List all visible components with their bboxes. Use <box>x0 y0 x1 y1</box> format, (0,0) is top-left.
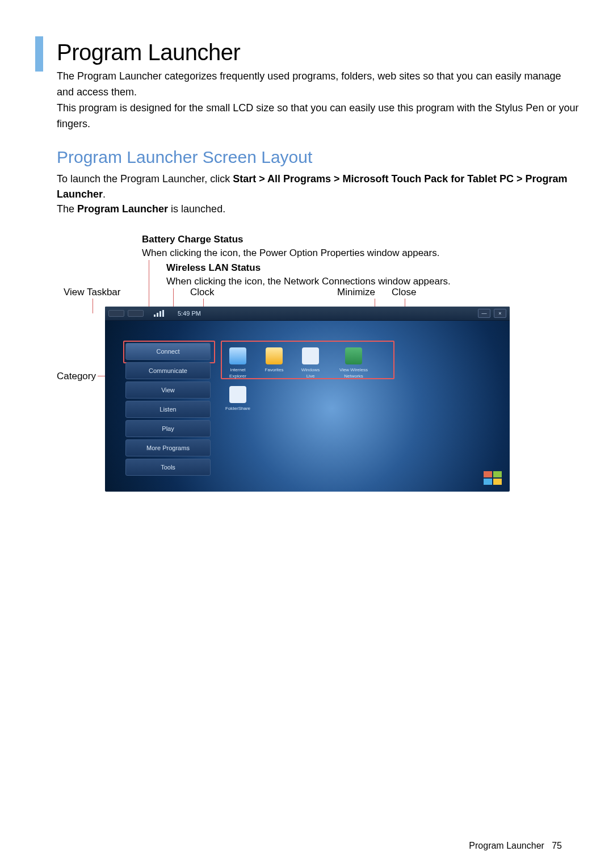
view-taskbar-button[interactable] <box>108 310 124 317</box>
page-footer: Program Launcher 75 <box>469 841 562 851</box>
callout-battery: Battery Charge Status When clicking the … <box>142 233 505 260</box>
callout-line <box>93 299 93 313</box>
program-launcher-screenshot: 5:49 PM — × Connect Communicate View Lis… <box>105 307 510 492</box>
callout-battery-title: Battery Charge Status <box>142 233 505 246</box>
footer-page: 75 <box>552 841 562 850</box>
shortcut-windows-live[interactable]: Windows Live <box>298 347 323 379</box>
callout-wireless-title: Wireless LAN Status <box>166 261 507 275</box>
category-more-programs[interactable]: More Programs <box>125 439 211 456</box>
network-icon <box>345 347 362 364</box>
category-list: Connect Communicate View Listen Play Mor… <box>125 343 211 478</box>
callout-line <box>149 260 149 313</box>
shortcut-label: View Wireless Networks <box>339 367 368 379</box>
text: The <box>57 203 77 215</box>
page-title: Program Launcher <box>57 40 240 65</box>
callout-wireless-desc: When clicking the icon, the Network Conn… <box>166 276 451 287</box>
accent-bar <box>35 36 43 72</box>
windows-logo-icon <box>484 471 503 486</box>
shortcut-view-wireless-networks[interactable]: View Wireless Networks <box>339 347 368 379</box>
footer-label: Program Launcher <box>469 841 544 850</box>
shortcut-label: Favorites <box>262 367 287 373</box>
shortcut-label: FolderShare <box>225 405 250 412</box>
callout-minimize-label: Minimize <box>337 287 375 298</box>
text: . <box>103 188 106 200</box>
category-view[interactable]: View <box>125 381 211 399</box>
star-icon <box>266 347 283 364</box>
windows-live-icon <box>302 347 319 364</box>
program-name: Program Launcher <box>77 203 168 215</box>
wireless-signal-icon[interactable] <box>154 310 166 317</box>
callout-close-label: Close <box>392 287 416 298</box>
callout-view-taskbar-label: View Taskbar <box>64 287 120 298</box>
callout-wireless: Wireless LAN Status When clicking the ic… <box>166 261 507 288</box>
shortcut-label: Windows Live <box>298 367 323 379</box>
foldershare-icon <box>229 386 246 403</box>
text: is launched. <box>168 203 225 215</box>
close-button[interactable]: × <box>494 309 506 318</box>
shortcut-label: Internet Explorer <box>225 367 250 379</box>
category-connect[interactable]: Connect <box>125 343 211 360</box>
shortcut-internet-explorer[interactable]: Internet Explorer <box>225 347 250 379</box>
ie-icon <box>229 347 246 364</box>
launch-instructions: To launch the Program Launcher, click St… <box>57 171 579 202</box>
callout-category-label: Category <box>57 371 96 382</box>
category-play[interactable]: Play <box>125 420 211 437</box>
category-communicate[interactable]: Communicate <box>125 362 211 379</box>
launcher-topbar: 5:49 PM — × <box>105 307 510 321</box>
category-listen[interactable]: Listen <box>125 401 211 418</box>
shortcut-foldershare[interactable]: FolderShare <box>225 386 250 412</box>
minimize-button[interactable]: — <box>478 309 490 318</box>
intro-paragraph: The Program Launcher categorizes frequen… <box>57 68 579 132</box>
callout-clock-label: Clock <box>190 287 215 298</box>
category-tools[interactable]: Tools <box>125 459 211 476</box>
callout-battery-desc: When clicking the icon, the Power Option… <box>142 248 439 258</box>
launched-text: The Program Launcher is launched. <box>57 202 579 217</box>
section-heading: Program Launcher Screen Layout <box>57 148 312 167</box>
text: To launch the Program Launcher, click <box>57 173 233 184</box>
battery-status-icon[interactable] <box>128 310 144 317</box>
shortcut-favorites[interactable]: Favorites <box>262 347 287 373</box>
clock-text: 5:49 PM <box>178 310 201 317</box>
